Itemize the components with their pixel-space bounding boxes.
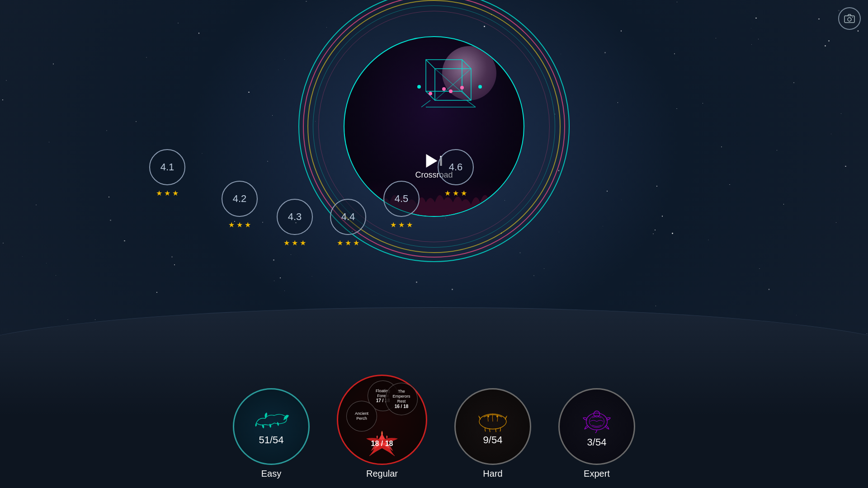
difficulty-expert[interactable]: 3/54 Expert (558, 388, 635, 479)
difficulty-hard[interactable]: 9/54 Hard (454, 388, 531, 479)
svg-point-26 (594, 411, 599, 417)
svg-point-19 (478, 85, 482, 89)
sub-circle-emperors-rest: TheEmperorsRest 16 / 18 (385, 383, 418, 415)
svg-point-17 (460, 86, 464, 89)
easy-count: 51/54 (259, 434, 283, 446)
portal-inner: Crossroad (344, 36, 524, 217)
svg-line-6 (462, 60, 471, 69)
level-circle-44: 4.4 (330, 199, 366, 235)
level-node-45[interactable]: 4.5 ★ ★ ★ (383, 181, 420, 229)
level-circle-41: 4.1 (149, 149, 185, 185)
expert-label: Expert (584, 469, 610, 479)
svg-line-5 (426, 60, 435, 69)
sub-circle-ancient-perch: AncientPerch (346, 401, 377, 432)
regular-label: Regular (366, 469, 398, 479)
svg-line-13 (467, 100, 476, 107)
level-node-41[interactable]: 4.1 ★ ★ ★ (149, 149, 185, 197)
difficulty-regular[interactable]: FloatingForest 17 / 18 TheEmperorsRest 1… (337, 375, 427, 479)
level-stars-41: ★ ★ ★ (156, 189, 179, 197)
easy-circle: 51/54 (233, 388, 310, 465)
level-node-42[interactable]: 4.2 ★ ★ ★ (222, 181, 258, 229)
expert-count: 3/54 (587, 436, 607, 448)
level-stars-43: ★ ★ ★ (283, 239, 306, 247)
level-stars-42: ★ ★ ★ (228, 221, 251, 229)
difficulty-row: 51/54 Easy FloatingForest 17 / 18 TheEmp… (233, 375, 635, 479)
hard-circle: 9/54 (454, 388, 531, 465)
regular-count-bottom: 18 / 18 (371, 440, 393, 448)
difficulty-easy[interactable]: 51/54 Easy (233, 388, 310, 479)
svg-rect-4 (426, 60, 462, 91)
svg-point-1 (848, 18, 851, 21)
svg-point-23 (496, 415, 498, 417)
svg-point-18 (417, 85, 421, 89)
level-stars-45: ★ ★ ★ (390, 221, 413, 229)
level-stars-44: ★ ★ ★ (337, 239, 359, 247)
expert-circle: 3/54 (558, 388, 635, 465)
level-node-46[interactable]: 4.6 ★ ★ ★ (438, 149, 474, 197)
svg-point-14 (429, 92, 432, 95)
portal-vegetation (344, 180, 524, 216)
svg-point-15 (442, 87, 446, 91)
hard-label: Hard (483, 469, 502, 479)
regular-circle: FloatingForest 17 / 18 TheEmperorsRest 1… (337, 375, 427, 465)
svg-line-12 (421, 100, 430, 107)
level-node-44[interactable]: 4.4 ★ ★ ★ (330, 199, 366, 247)
portal-geometry (412, 55, 485, 116)
hard-count: 9/54 (483, 434, 503, 446)
level-circle-46: 4.6 (438, 149, 474, 185)
play-triangle-icon (426, 154, 438, 168)
svg-point-20 (284, 417, 286, 418)
level-node-43[interactable]: 4.3 ★ ★ ★ (277, 199, 313, 247)
level-stars-46: ★ ★ ★ (444, 189, 467, 197)
level-circle-45: 4.5 (383, 181, 420, 217)
camera-button[interactable] (838, 7, 861, 30)
svg-point-2 (852, 17, 853, 18)
level-circle-43: 4.3 (277, 199, 313, 235)
easy-label: Easy (261, 469, 281, 479)
level-circle-42: 4.2 (222, 181, 258, 217)
svg-point-16 (449, 89, 453, 93)
svg-point-22 (487, 415, 489, 417)
